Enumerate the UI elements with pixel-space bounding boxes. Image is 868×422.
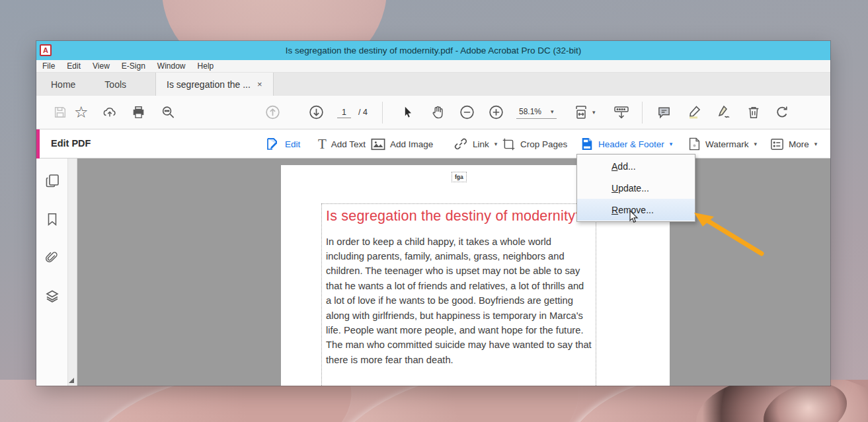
menu-item-update[interactable]: Update...	[577, 177, 695, 199]
tab-document[interactable]: Is segregation the ... ×	[155, 73, 273, 96]
title-bar[interactable]: A Is segregation the destiny of modernit…	[36, 41, 830, 60]
add-image-button[interactable]: Add Image	[371, 129, 433, 158]
tab-tools-label: Tools	[104, 79, 126, 90]
trash-icon	[746, 105, 761, 120]
zoom-in-button[interactable]	[488, 104, 504, 121]
menu-item-add[interactable]: Add...	[577, 155, 695, 177]
comment-icon	[656, 105, 672, 120]
edit-mode-label: Edit	[285, 139, 300, 149]
page-number-input[interactable]: 1	[337, 106, 351, 118]
search-button[interactable]	[161, 105, 176, 120]
window-title: Is segregation the destiny of modernity.…	[36, 46, 830, 55]
menu-file[interactable]: File	[36, 61, 61, 71]
rotate-refresh-icon	[774, 104, 790, 120]
more-menu-button[interactable]: More ▾	[770, 129, 817, 158]
menu-view[interactable]: View	[87, 61, 116, 71]
save-button[interactable]	[53, 105, 67, 120]
toolbar-divider	[382, 102, 383, 123]
wallpaper-petals	[0, 380, 868, 422]
menu-window[interactable]: Window	[151, 61, 192, 71]
highlight-tool-button[interactable]	[686, 104, 702, 120]
select-tool-button[interactable]	[401, 105, 414, 120]
fit-page-button[interactable]: ▾	[573, 104, 596, 120]
crop-pages-label: Crop Pages	[520, 139, 567, 149]
edit-pdf-toolbar: Edit PDF Edit T Add Text Add Image Link …	[36, 129, 830, 158]
zoom-level-dropdown[interactable]: 58.1% ▾	[516, 106, 557, 119]
menu-edit[interactable]: Edit	[61, 61, 87, 71]
panel-accent-bar	[36, 129, 40, 158]
main-toolbar: ☆ 1 / 4	[36, 96, 830, 129]
zoom-level-value: 58.1%	[519, 107, 541, 116]
chevron-down-icon: ▾	[814, 141, 818, 147]
printer-icon	[131, 105, 146, 120]
page-down-icon	[308, 104, 325, 121]
comment-tool-button[interactable]	[656, 105, 672, 120]
favorite-button[interactable]: ☆	[74, 104, 89, 120]
bookmarks-icon[interactable]	[45, 211, 59, 227]
next-page-button[interactable]	[308, 104, 325, 121]
fit-width-icon	[573, 104, 589, 120]
document-body-text: In order to keep a child happy, it takes…	[326, 234, 592, 367]
desktop: A Is segregation the destiny of modernit…	[0, 0, 868, 422]
acrobat-window: A Is segregation the destiny of modernit…	[36, 41, 830, 386]
document-canvas: fga Is segregation the destiny of modern…	[77, 158, 830, 386]
watermark-doc-icon	[688, 137, 701, 151]
zoom-out-button[interactable]	[459, 104, 475, 121]
panel-title: Edit PDF	[51, 138, 91, 149]
add-text-label: Add Text	[331, 139, 366, 149]
print-button[interactable]	[131, 105, 146, 120]
menu-help[interactable]: Help	[192, 61, 220, 71]
select-cursor-icon	[401, 105, 414, 120]
link-label: Link	[473, 139, 489, 149]
document-title: Is segregation the destiny of modernity?	[326, 208, 592, 225]
crop-pages-button[interactable]: Crop Pages	[502, 129, 567, 158]
tab-close-icon[interactable]: ×	[257, 79, 262, 89]
hand-icon	[430, 105, 446, 120]
mouse-cursor-icon	[628, 210, 640, 225]
page-number-value: 1	[337, 106, 351, 118]
attachments-icon[interactable]	[44, 250, 59, 265]
chevron-down-icon: ▾	[494, 141, 498, 147]
chevron-down-icon: ▾	[670, 141, 673, 147]
link-icon	[454, 137, 468, 151]
crop-icon	[502, 137, 516, 151]
page-display-button[interactable]	[613, 104, 630, 120]
menu-esign[interactable]: E-Sign	[116, 61, 151, 71]
add-image-label: Add Image	[390, 139, 433, 149]
fountain-pen-icon	[715, 104, 732, 120]
redo-button[interactable]	[774, 104, 790, 120]
previous-page-button[interactable]	[264, 104, 281, 121]
navigation-pane-divider[interactable]	[68, 158, 77, 386]
layers-icon[interactable]	[44, 288, 60, 304]
chevron-down-icon: ▾	[592, 109, 596, 116]
delete-tool-button[interactable]	[746, 105, 761, 120]
page-up-icon	[264, 104, 281, 121]
search-icon	[161, 105, 176, 120]
zoom-in-icon	[488, 104, 504, 121]
scroll-mode-icon	[613, 104, 630, 120]
watermark-menu-button[interactable]: Watermark ▾	[688, 129, 757, 158]
chevron-down-icon: ▾	[754, 141, 758, 147]
add-text-button[interactable]: T Add Text	[318, 129, 366, 158]
zoom-out-icon	[459, 104, 475, 121]
tab-home[interactable]: Home	[36, 73, 90, 96]
edit-mode-button[interactable]: Edit	[264, 129, 300, 158]
star-icon: ☆	[74, 104, 89, 120]
document-text-frame[interactable]: Is segregation the destiny of modernity?…	[321, 203, 596, 386]
sign-tool-button[interactable]	[715, 104, 732, 120]
tab-document-label: Is segregation the ...	[167, 79, 251, 90]
acrobat-app-icon: A	[40, 44, 52, 56]
content-area: fga Is segregation the destiny of modern…	[36, 158, 830, 386]
share-button[interactable]	[102, 105, 118, 120]
page-header-field[interactable]: fga	[452, 172, 467, 182]
page-count: / 4	[358, 108, 368, 117]
hand-tool-button[interactable]	[430, 105, 446, 120]
pane-collapse-handle-icon[interactable]	[69, 378, 74, 383]
tab-tools[interactable]: Tools	[90, 73, 141, 96]
link-menu-button[interactable]: Link ▾	[454, 129, 497, 158]
tab-home-label: Home	[51, 79, 75, 90]
highlighter-icon	[686, 104, 702, 120]
page-thumbnails-icon[interactable]	[44, 173, 60, 189]
save-icon	[53, 105, 67, 120]
more-label: More	[789, 139, 809, 149]
